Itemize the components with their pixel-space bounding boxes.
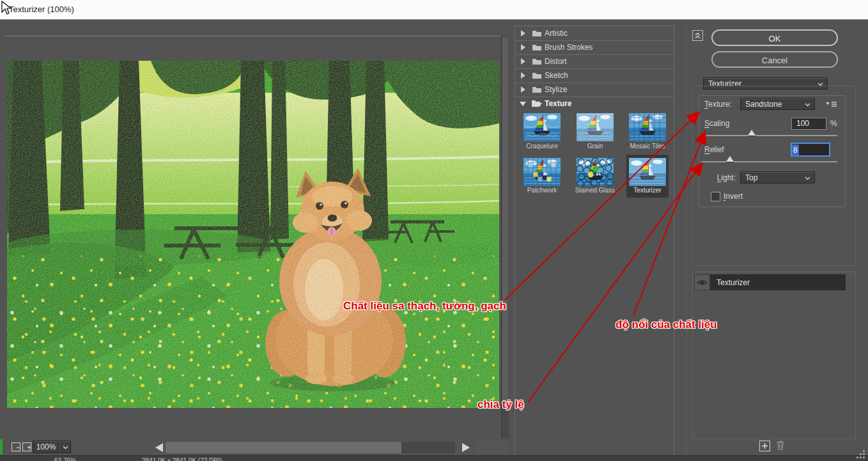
preview-image[interactable] bbox=[7, 61, 499, 408]
light-value: Top bbox=[745, 173, 757, 182]
thumbnail-mosaic-tiles[interactable] bbox=[629, 113, 666, 141]
expand-triangle-icon[interactable] bbox=[521, 44, 525, 51]
relief-slider-thumb[interactable] bbox=[726, 156, 734, 162]
filter-category-sketch[interactable]: Sketch bbox=[515, 68, 674, 83]
chevron-down-icon bbox=[805, 176, 810, 180]
texture-select[interactable]: Sandstone bbox=[740, 98, 815, 110]
thumbnail-texturizer[interactable] bbox=[629, 158, 666, 186]
open-folder-icon bbox=[531, 98, 543, 107]
thumbnail-patchwork[interactable] bbox=[523, 158, 561, 186]
collapse-panel-button[interactable] bbox=[692, 30, 703, 41]
thumbnail-label: Mosaic Tiles bbox=[619, 143, 676, 150]
invert-label: Invert bbox=[724, 192, 743, 201]
folder-icon bbox=[532, 43, 542, 51]
thumbnail-grain[interactable] bbox=[577, 113, 614, 141]
status-zoom: 63.76% bbox=[54, 457, 76, 461]
folder-icon bbox=[532, 85, 542, 93]
new-effect-layer-button[interactable] bbox=[759, 441, 770, 451]
cancel-button[interactable]: Cancel bbox=[711, 51, 838, 68]
mouse-cursor-icon bbox=[1, 1, 13, 16]
annotation-texture-note: Chất liệu sa thạch, tường, gạch bbox=[343, 300, 506, 313]
preview-hscroll-thumb[interactable] bbox=[166, 442, 401, 453]
chevron-down-icon bbox=[63, 446, 68, 449]
zoom-level-dropdown[interactable] bbox=[61, 441, 71, 453]
resize-grip[interactable] bbox=[855, 449, 865, 459]
expand-triangle-icon[interactable] bbox=[521, 86, 525, 93]
effect-layer-name: Texturizer bbox=[717, 278, 750, 287]
preview-vscrollbar[interactable] bbox=[501, 36, 509, 439]
invert-checkbox[interactable] bbox=[711, 192, 720, 201]
scrollbar-corner bbox=[476, 441, 508, 454]
annotation-relief-note: độ nổi của chất liệu bbox=[616, 318, 717, 331]
thumbnail-stained-glass[interactable] bbox=[577, 158, 614, 186]
folder-icon bbox=[532, 71, 542, 79]
hscroll-right-arrow[interactable] bbox=[462, 443, 470, 452]
effect-layer-row[interactable]: Texturizer bbox=[710, 274, 846, 290]
zoom-level-value[interactable]: 100% bbox=[33, 441, 59, 453]
texture-menu-icon[interactable] bbox=[826, 100, 837, 108]
status-doc-size: 2841.0K x 2841.0K (72 DPI) bbox=[142, 457, 222, 461]
scaling-unit: % bbox=[830, 119, 837, 128]
collapse-triangle-icon[interactable] bbox=[520, 102, 526, 106]
expand-triangle-icon[interactable] bbox=[521, 30, 525, 36]
expand-triangle-icon[interactable] bbox=[521, 58, 525, 65]
expand-triangle-icon[interactable] bbox=[521, 72, 525, 79]
thumbnail-label: Grain bbox=[566, 143, 624, 150]
filter-category-texture[interactable]: Texture bbox=[515, 97, 674, 111]
zoom-in-button[interactable]: + bbox=[22, 442, 31, 451]
scaling-slider-thumb[interactable] bbox=[748, 130, 756, 136]
annotation-scaling-note: chia tỷ lệ bbox=[477, 398, 524, 411]
thumbnail-label: Craquelure bbox=[513, 143, 571, 150]
eye-icon bbox=[697, 279, 708, 286]
preview-frame-top bbox=[5, 36, 500, 36]
status-strip: 63.76% 2841.0K x 2841.0K (72 DPI) bbox=[0, 455, 868, 461]
scaling-input[interactable]: 100 bbox=[791, 118, 826, 130]
thumbnail-label-selected: Texturizer bbox=[619, 187, 676, 194]
relief-selected-text: 8 bbox=[792, 145, 799, 156]
double-chevron-up-icon bbox=[694, 31, 702, 40]
filter-category-stylize[interactable]: Stylize bbox=[515, 82, 674, 97]
effect-visibility-cell[interactable] bbox=[694, 274, 710, 290]
folder-icon bbox=[532, 57, 542, 65]
texture-label: Texture: bbox=[704, 100, 732, 109]
zoom-out-button[interactable]: − bbox=[12, 442, 20, 451]
relief-input[interactable]: 8 bbox=[791, 143, 830, 157]
light-select[interactable]: Top bbox=[740, 171, 815, 184]
light-label: Light: bbox=[709, 173, 736, 182]
thumbnail-craquelure[interactable] bbox=[523, 113, 561, 141]
ok-button[interactable]: OK bbox=[711, 29, 838, 46]
plus-icon bbox=[760, 441, 770, 451]
hscroll-left-arrow[interactable] bbox=[155, 443, 163, 452]
thumbnail-label: Patchwork bbox=[513, 187, 571, 194]
relief-label: Relief bbox=[704, 145, 724, 154]
filter-category-brush-strokes[interactable]: Brush Strokes bbox=[515, 40, 674, 55]
texture-value: Sandstone bbox=[745, 100, 782, 109]
delete-effect-layer-button[interactable] bbox=[775, 440, 786, 451]
scaling-label: Scaling bbox=[704, 119, 729, 128]
chevron-down-icon bbox=[805, 103, 810, 107]
folder-icon bbox=[532, 29, 542, 37]
filter-category-distort[interactable]: Distort bbox=[515, 54, 674, 69]
dialog-title: Texturizer (100%) bbox=[9, 4, 74, 14]
preview-vscroll-thumb[interactable] bbox=[502, 37, 508, 407]
thumbnail-label: Stained Glass bbox=[566, 187, 624, 194]
preview-hscrollbar[interactable] bbox=[166, 442, 455, 453]
background-app-sliver bbox=[0, 439, 3, 455]
dialog-titlebar[interactable]: Texturizer (100%) bbox=[0, 0, 868, 20]
effect-layers-box: Texturizer bbox=[692, 272, 856, 439]
relief-slider-track[interactable] bbox=[701, 161, 837, 162]
scaling-slider-track[interactable] bbox=[701, 135, 837, 136]
filter-category-artistic[interactable]: Artistic bbox=[515, 26, 674, 41]
